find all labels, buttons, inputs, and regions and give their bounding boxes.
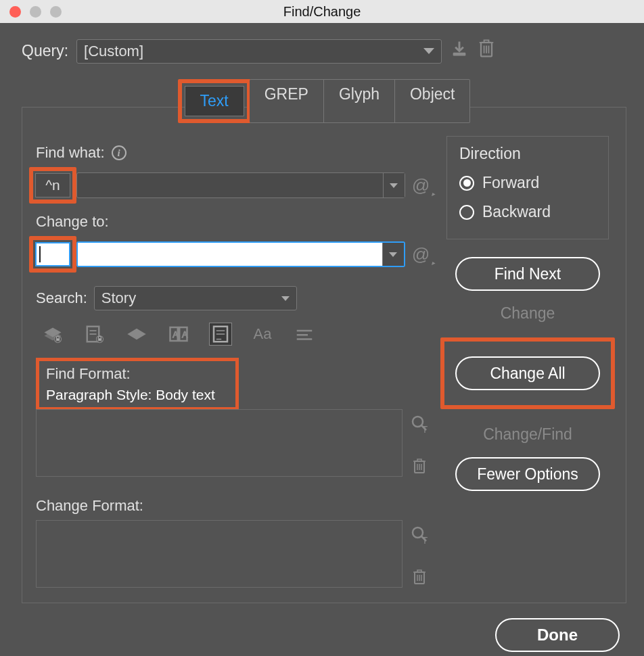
find-format-block: Find Format: Paragraph Style: Body text: [36, 358, 239, 411]
highlight-change-all: Change All: [440, 337, 615, 409]
clear-change-format-button[interactable]: [411, 567, 428, 589]
change-to-field[interactable]: [76, 241, 405, 267]
specify-change-format-button[interactable]: T: [409, 524, 430, 547]
close-window-button[interactable]: [9, 6, 21, 18]
tab-glyph[interactable]: Glyph: [324, 80, 395, 122]
find-format-label: Find Format:: [46, 365, 229, 383]
highlight-text-tab: Text: [178, 79, 251, 123]
query-dropdown[interactable]: [Custom]: [76, 39, 442, 64]
change-to-preview: [35, 242, 70, 266]
change-find-button[interactable]: Change/Find: [483, 425, 572, 444]
svg-rect-5: [56, 338, 60, 341]
search-scope-value: Story: [101, 289, 136, 307]
tab-object[interactable]: Object: [395, 80, 469, 122]
titlebar: Find/Change: [0, 0, 644, 23]
radio-icon: [459, 205, 474, 220]
svg-text:A: A: [182, 330, 188, 339]
find-what-preview: ^n: [35, 173, 70, 197]
chevron-down-icon: [389, 252, 397, 257]
done-button[interactable]: Done: [495, 618, 620, 652]
include-master-pages-toggle[interactable]: AA: [167, 323, 190, 346]
svg-text:T: T: [422, 425, 428, 434]
find-what-field[interactable]: [76, 172, 405, 198]
query-label: Query:: [22, 42, 68, 60]
query-value: [Custom]: [84, 43, 143, 60]
window-title: Find/Change: [283, 4, 361, 20]
search-scope-row: Search: Story: [36, 286, 430, 310]
highlight-find-value: ^n: [29, 167, 76, 204]
save-query-button[interactable]: [450, 39, 469, 63]
minimize-window-button: [30, 6, 41, 18]
change-to-label: Change to:: [36, 213, 430, 231]
fewer-options-button[interactable]: Fewer Options: [455, 457, 600, 491]
svg-rect-0: [453, 53, 466, 56]
include-hidden-layers-toggle[interactable]: [125, 323, 148, 346]
special-chars-find-button[interactable]: @▸: [412, 175, 430, 196]
svg-rect-10: [98, 338, 101, 341]
search-label: Search:: [36, 289, 87, 307]
main-panel: Find what: i ^n @▸ Change to:: [22, 107, 626, 603]
direction-group: Direction Forward Backward: [446, 136, 609, 239]
search-option-toolbar: AA Aa: [36, 323, 430, 346]
clear-find-format-button[interactable]: [411, 456, 428, 478]
highlight-change-value: [29, 236, 76, 273]
zoom-window-button: [50, 6, 62, 18]
tabs: Text: [185, 86, 244, 116]
direction-forward-radio[interactable]: Forward: [459, 174, 596, 192]
chevron-down-icon: [281, 296, 290, 301]
tab-text[interactable]: Text: [185, 86, 244, 116]
change-button[interactable]: Change: [501, 304, 555, 323]
query-row: Query: [Custom]: [22, 38, 626, 64]
delete-query-button[interactable]: [477, 38, 496, 64]
info-icon[interactable]: i: [112, 145, 127, 160]
svg-marker-11: [129, 329, 145, 339]
include-footnotes-toggle[interactable]: [209, 323, 232, 346]
special-chars-change-button[interactable]: @▸: [412, 244, 430, 265]
include-locked-layers-toggle[interactable]: [41, 323, 64, 346]
tab-grep[interactable]: GREP: [250, 80, 324, 122]
case-sensitive-toggle[interactable]: Aa: [251, 323, 274, 346]
tabs-row: Text GREP Glyph Object: [22, 79, 626, 123]
find-format-area[interactable]: [36, 409, 402, 477]
chevron-down-icon: [390, 183, 398, 188]
whole-word-toggle[interactable]: [293, 323, 316, 346]
chevron-down-icon: [423, 48, 434, 54]
direction-title: Direction: [459, 145, 596, 163]
change-format-area[interactable]: [36, 520, 402, 588]
change-all-button[interactable]: Change All: [455, 356, 600, 390]
search-scope-dropdown[interactable]: Story: [94, 286, 297, 310]
find-next-button[interactable]: Find Next: [455, 257, 600, 291]
direction-backward-radio[interactable]: Backward: [459, 203, 596, 221]
svg-text:A: A: [172, 330, 179, 339]
change-format-label: Change Format:: [36, 497, 430, 515]
find-what-history-button[interactable]: [383, 173, 405, 197]
change-to-history-button[interactable]: [382, 243, 404, 266]
find-format-value: Paragraph Style: Body text: [46, 387, 229, 403]
svg-text:T: T: [422, 536, 428, 544]
change-to-input[interactable]: [78, 243, 382, 266]
radio-icon: [459, 176, 474, 191]
find-what-label: Find what: i: [36, 144, 430, 162]
specify-find-format-button[interactable]: T: [409, 413, 430, 436]
tabs-rest: GREP Glyph Object: [250, 79, 471, 123]
include-locked-stories-toggle[interactable]: [83, 323, 106, 346]
